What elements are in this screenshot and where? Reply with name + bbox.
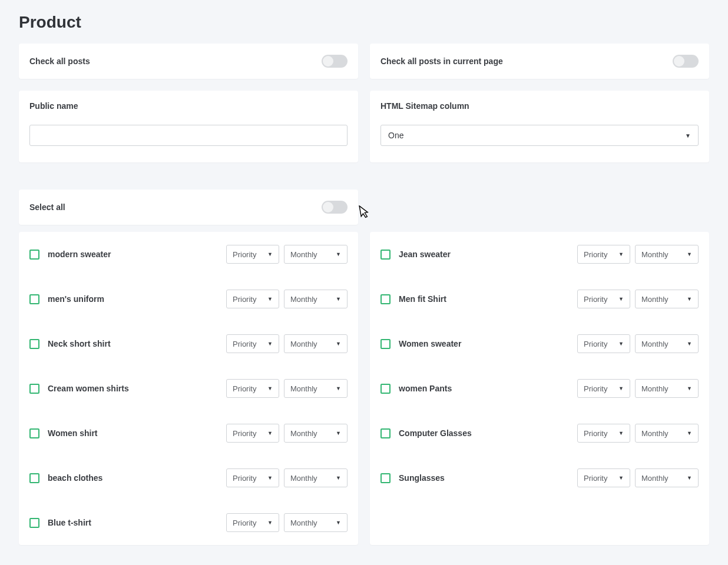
product-row: men's uniformPriority▼Monthly▼ — [19, 277, 358, 321]
product-checkbox[interactable] — [29, 294, 39, 304]
frequency-select-label: Monthly — [290, 474, 317, 483]
chevron-down-icon: ▼ — [336, 430, 341, 436]
product-row: modern sweaterPriority▼Monthly▼ — [19, 232, 358, 277]
frequency-select[interactable]: Monthly▼ — [635, 245, 699, 264]
priority-select-label: Priority — [584, 295, 607, 304]
product-row: Women sweaterPriority▼Monthly▼ — [370, 321, 709, 366]
product-checkbox[interactable] — [29, 428, 39, 438]
product-name: Women shirt — [48, 428, 98, 438]
priority-select-label: Priority — [584, 429, 607, 438]
priority-select[interactable]: Priority▼ — [226, 468, 279, 487]
chevron-down-icon: ▼ — [336, 341, 341, 347]
priority-select[interactable]: Priority▼ — [226, 424, 279, 443]
public-name-input[interactable] — [29, 125, 348, 146]
check-all-current-page-card: Check all posts in current page — [370, 44, 709, 79]
chevron-down-icon: ▼ — [618, 475, 624, 481]
chevron-down-icon: ▼ — [336, 251, 341, 257]
product-checkbox[interactable] — [29, 473, 39, 483]
page-title: Product — [19, 13, 709, 32]
frequency-select[interactable]: Monthly▼ — [635, 334, 699, 353]
priority-select[interactable]: Priority▼ — [226, 245, 279, 264]
product-checkbox[interactable] — [380, 250, 391, 260]
sitemap-column-select[interactable]: One ▼ — [380, 125, 699, 146]
frequency-select[interactable]: Monthly▼ — [635, 424, 699, 443]
product-list-left: modern sweaterPriority▼Monthly▼men's uni… — [19, 232, 358, 545]
priority-select[interactable]: Priority▼ — [226, 334, 279, 353]
priority-select-label: Priority — [233, 474, 256, 483]
frequency-select-label: Monthly — [290, 519, 317, 527]
frequency-select[interactable]: Monthly▼ — [284, 468, 348, 487]
select-all-toggle[interactable] — [322, 201, 348, 214]
priority-select-label: Priority — [233, 429, 256, 438]
product-name: modern sweater — [48, 250, 111, 259]
frequency-select[interactable]: Monthly▼ — [284, 379, 348, 398]
check-all-current-page-toggle[interactable] — [673, 55, 699, 68]
frequency-select[interactable]: Monthly▼ — [635, 468, 699, 487]
frequency-select-label: Monthly — [641, 250, 669, 259]
priority-select[interactable]: Priority▼ — [577, 468, 630, 487]
chevron-down-icon: ▼ — [267, 430, 273, 436]
product-checkbox[interactable] — [29, 250, 39, 260]
product-checkbox[interactable] — [380, 473, 391, 483]
sitemap-column-card: HTML Sitemap column One ▼ — [370, 91, 709, 162]
priority-select-label: Priority — [584, 340, 607, 348]
product-checkbox[interactable] — [380, 384, 391, 394]
frequency-select[interactable]: Monthly▼ — [284, 424, 348, 443]
priority-select-label: Priority — [584, 384, 607, 393]
product-checkbox[interactable] — [380, 339, 391, 349]
chevron-down-icon: ▼ — [618, 430, 624, 436]
product-checkbox[interactable] — [29, 518, 39, 528]
product-row: Jean sweaterPriority▼Monthly▼ — [370, 232, 709, 277]
frequency-select[interactable]: Monthly▼ — [284, 245, 348, 264]
chevron-down-icon: ▼ — [336, 296, 341, 302]
chevron-down-icon: ▼ — [685, 132, 691, 139]
frequency-select-label: Monthly — [641, 384, 669, 393]
product-checkbox[interactable] — [380, 294, 391, 304]
priority-select[interactable]: Priority▼ — [226, 513, 279, 532]
chevron-down-icon: ▼ — [618, 251, 624, 257]
select-all-card: Select all — [19, 190, 358, 225]
frequency-select[interactable]: Monthly▼ — [635, 379, 699, 398]
product-name: Computer Glasses — [399, 428, 472, 438]
priority-select[interactable]: Priority▼ — [226, 379, 279, 398]
product-row: SunglassesPriority▼Monthly▼ — [370, 456, 709, 500]
chevron-down-icon: ▼ — [687, 385, 692, 391]
frequency-select-label: Monthly — [641, 474, 669, 483]
sitemap-column-value: One — [388, 131, 403, 140]
chevron-down-icon: ▼ — [336, 475, 341, 481]
product-row: Blue t-shirtPriority▼Monthly▼ — [19, 500, 358, 545]
product-name: men's uniform — [48, 294, 104, 304]
priority-select-label: Priority — [233, 519, 256, 527]
product-name: Cream women shirts — [48, 384, 129, 393]
frequency-select-label: Monthly — [641, 340, 669, 348]
chevron-down-icon: ▼ — [618, 296, 624, 302]
product-checkbox[interactable] — [29, 384, 39, 394]
frequency-select[interactable]: Monthly▼ — [284, 513, 348, 532]
priority-select[interactable]: Priority▼ — [577, 424, 630, 443]
product-name: Men fit Shirt — [399, 294, 446, 304]
chevron-down-icon: ▼ — [687, 251, 692, 257]
frequency-select[interactable]: Monthly▼ — [284, 334, 348, 353]
product-checkbox[interactable] — [29, 339, 39, 349]
priority-select-label: Priority — [584, 474, 607, 483]
select-all-label: Select all — [29, 202, 65, 212]
chevron-down-icon: ▼ — [267, 520, 273, 526]
priority-select[interactable]: Priority▼ — [577, 245, 630, 264]
frequency-select-label: Monthly — [290, 250, 317, 259]
frequency-select-label: Monthly — [290, 295, 317, 304]
chevron-down-icon: ▼ — [267, 475, 273, 481]
priority-select-label: Priority — [233, 384, 256, 393]
priority-select[interactable]: Priority▼ — [577, 334, 630, 353]
product-row: women PantsPriority▼Monthly▼ — [370, 366, 709, 411]
frequency-select[interactable]: Monthly▼ — [635, 290, 699, 308]
priority-select[interactable]: Priority▼ — [577, 290, 630, 308]
priority-select[interactable]: Priority▼ — [226, 290, 279, 308]
sitemap-column-label: HTML Sitemap column — [380, 101, 699, 111]
check-all-posts-toggle[interactable] — [322, 55, 348, 68]
priority-select[interactable]: Priority▼ — [577, 379, 630, 398]
frequency-select[interactable]: Monthly▼ — [284, 290, 348, 308]
product-checkbox[interactable] — [380, 428, 391, 438]
product-list-right: Jean sweaterPriority▼Monthly▼Men fit Shi… — [370, 232, 709, 545]
chevron-down-icon: ▼ — [267, 385, 273, 391]
product-name: Neck short shirt — [48, 339, 111, 348]
